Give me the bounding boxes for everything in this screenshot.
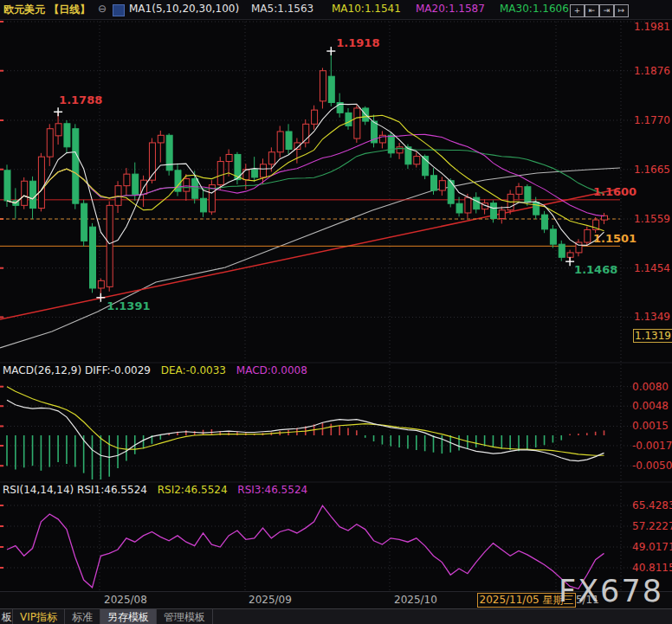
axis-tick xyxy=(0,405,3,407)
macd-header: MACD(26,12,9) DIFF:-0.0029 DEA:-0.0033 M… xyxy=(3,364,307,376)
footer-tab-VIP指标[interactable]: VIP指标 xyxy=(13,609,65,624)
symbol-title: 欧元美元 【日线】 xyxy=(3,3,90,17)
candle xyxy=(559,244,565,257)
template-tab-bar: 板VIP指标标准另存模板管理模板 xyxy=(0,608,672,624)
macd-dea-label: DEA:-0.0033 xyxy=(161,364,226,376)
candle xyxy=(243,170,249,180)
candle xyxy=(550,229,556,244)
rsi-axis-label: 65.4283 xyxy=(632,499,672,511)
footer-tab-板[interactable]: 板 xyxy=(0,609,13,624)
resistance-label: 1.1600 xyxy=(593,186,636,198)
collapse-icon[interactable]: ⊖ xyxy=(98,3,107,15)
candle xyxy=(414,157,420,164)
rsi-axis-label: 49.0171 xyxy=(632,541,672,553)
axis-tick xyxy=(0,425,3,427)
axis-tick xyxy=(0,465,3,466)
candle xyxy=(47,129,53,157)
rsi3-label: RSI3:46.5524 xyxy=(237,484,307,496)
candle xyxy=(98,280,104,288)
candle xyxy=(320,71,326,101)
candle xyxy=(90,227,96,288)
ma5-value: MA5:1.1563 xyxy=(251,3,313,15)
candle xyxy=(64,124,70,147)
candle xyxy=(397,147,403,153)
axis-tick xyxy=(0,546,3,548)
candle xyxy=(277,132,283,152)
ma30-value: MA30:1.1606 xyxy=(500,3,569,15)
date-tick: 2025/08 xyxy=(104,594,147,606)
rsi-axis-label: 57.2227 xyxy=(632,520,672,532)
price-annotation: 1.1788 xyxy=(59,94,102,106)
candle xyxy=(585,229,591,242)
axis-tick xyxy=(0,21,3,23)
candle xyxy=(354,108,360,138)
footer-tab-管理模板[interactable]: 管理模板 xyxy=(157,609,213,624)
candle xyxy=(184,179,190,192)
candle xyxy=(286,132,292,150)
date-tick: 2025/09 xyxy=(249,594,292,606)
axis-tick xyxy=(0,386,3,388)
rsi-header: RSI(14,14,14) RSI1:46.5524 RSI2:46.5524 … xyxy=(3,484,307,496)
trading-app-window: 欧元美元 【日线】 ⊖ MA1(5,10,20,30,100) MA5:1.15… xyxy=(0,0,672,624)
shift-right-icon[interactable]: ↦ xyxy=(614,4,629,17)
macd-axis-label: -0.0017 xyxy=(632,440,672,452)
candle xyxy=(474,197,480,209)
axis-tick xyxy=(0,119,3,121)
price-axis-label: 1.1559 xyxy=(634,213,670,225)
price-axis-label: 1.1665 xyxy=(634,164,670,176)
pan-icon[interactable]: + xyxy=(570,4,585,17)
chart-type-icon[interactable] xyxy=(113,4,125,16)
candle xyxy=(81,203,87,241)
candle xyxy=(439,181,445,190)
scroll-right-icon[interactable]: ⇥ xyxy=(599,4,614,17)
candle xyxy=(73,129,79,203)
candle xyxy=(217,162,223,185)
rsi1-label: RSI(14,14,14) RSI1:46.5524 xyxy=(3,484,147,496)
candle xyxy=(252,170,258,177)
candle xyxy=(312,110,318,124)
price-axis-label: 1.1454 xyxy=(634,262,670,274)
price-axis-label: 1.1349 xyxy=(634,311,670,323)
candle xyxy=(261,164,267,177)
axis-tick xyxy=(0,525,3,527)
candle xyxy=(226,154,232,161)
macd-axis-label: 0.0048 xyxy=(632,400,669,412)
dea-line xyxy=(7,387,604,456)
candle xyxy=(456,203,462,213)
candlestick-series xyxy=(4,51,608,298)
candle xyxy=(55,124,61,136)
footer-tab-标准[interactable]: 标准 xyxy=(65,609,100,624)
candle xyxy=(388,135,394,153)
axis-tick xyxy=(0,316,3,318)
ma-settings-label: MA1(5,10,20,30,100) xyxy=(129,3,239,15)
price-axis-label: 1.1981 xyxy=(634,21,670,33)
axis-tick xyxy=(0,445,3,447)
macd-axis-label: 0.0015 xyxy=(632,420,669,432)
date-tick: 2025/10 xyxy=(394,594,437,606)
candle xyxy=(567,253,573,257)
axis-tick xyxy=(0,169,3,170)
footer-tab-另存模板[interactable]: 另存模板 xyxy=(100,609,157,624)
candle xyxy=(158,135,164,143)
candle xyxy=(465,197,471,213)
candle xyxy=(268,152,275,164)
current-price-axis-box: 1.1319 xyxy=(633,329,672,343)
axis-tick xyxy=(0,505,3,506)
candle xyxy=(346,113,352,125)
price-annotation: 1.1918 xyxy=(336,37,379,49)
candle xyxy=(533,203,540,216)
candle xyxy=(542,215,548,229)
candle xyxy=(38,157,44,208)
candle xyxy=(201,198,207,212)
candle xyxy=(115,186,121,206)
price-annotation: 1.1391 xyxy=(107,300,150,312)
candle xyxy=(499,210,505,219)
price-axis-label: 1.1876 xyxy=(634,65,670,77)
macd-diff-label: MACD(26,12,9) DIFF:-0.0029 xyxy=(3,364,151,376)
ma10-value: MA10:1.1541 xyxy=(332,3,401,15)
rsi-axis-label: 40.8115 xyxy=(632,562,672,574)
fx678-watermark: FX678 xyxy=(559,574,663,608)
scroll-left-icon[interactable]: ⇤ xyxy=(585,4,599,17)
candle xyxy=(30,181,36,208)
price-annotation: 1.1468 xyxy=(574,264,617,276)
